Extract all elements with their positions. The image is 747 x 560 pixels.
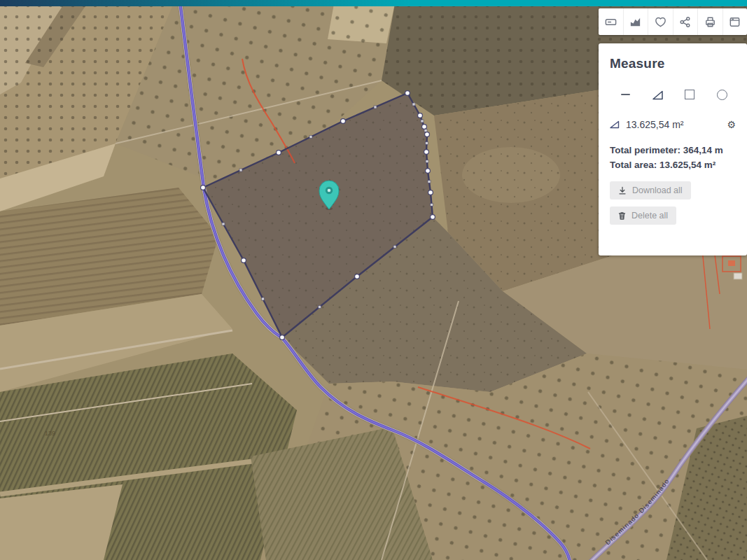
chart-icon[interactable]: [623, 8, 648, 35]
map-application: Diseminado Diseminado 139: [0, 0, 747, 560]
polygon-vertex-handle[interactable]: [424, 150, 429, 155]
polygon-vertex-handle[interactable]: [431, 215, 435, 220]
polygon-vertex-handle[interactable]: [405, 91, 410, 96]
polygon-midpoint-handle[interactable]: [222, 223, 225, 225]
building: [734, 273, 742, 279]
trash-icon: [618, 211, 626, 220]
parcel-number-label: 139: [45, 430, 55, 437]
polygon-vertex-handle[interactable]: [280, 335, 285, 340]
polygon-vertex-handle[interactable]: [242, 258, 246, 263]
measurement-value: 13.625,54 m²: [626, 119, 684, 130]
measurement-totals: Total perimeter: 364,14 m Total area: 13…: [610, 143, 736, 172]
window-accent-bar: [0, 0, 747, 6]
area-tool[interactable]: [650, 88, 664, 101]
gear-icon[interactable]: ⚙: [727, 120, 736, 130]
polygon-midpoint-handle[interactable]: [239, 169, 242, 172]
total-perimeter: Total perimeter: 364,14 m: [610, 143, 736, 158]
share-icon[interactable]: [673, 8, 698, 35]
total-area: Total area: 13.625,54 m²: [610, 158, 736, 172]
polygon-vertex-handle[interactable]: [355, 274, 360, 279]
polygon-midpoint-handle[interactable]: [412, 103, 415, 106]
window-icon[interactable]: [722, 8, 747, 35]
polygon-vertex-handle[interactable]: [425, 132, 430, 137]
polygon-vertex-handle[interactable]: [341, 119, 346, 124]
panel-actions: Download all Delete all: [610, 181, 736, 225]
polygon-vertex-handle[interactable]: [422, 125, 427, 130]
print-icon[interactable]: [697, 8, 722, 35]
polygon-midpoint-handle[interactable]: [428, 181, 431, 183]
measure-panel: Measure 13.625,54 m² ⚙ Total perimeter: …: [599, 43, 747, 255]
panel-title: Measure: [610, 56, 736, 71]
polygon-midpoint-handle[interactable]: [393, 246, 396, 248]
polygon-midpoint-handle[interactable]: [262, 298, 265, 300]
download-icon: [618, 186, 627, 195]
polygon-vertex-handle[interactable]: [201, 186, 206, 190]
map-toolbar: [599, 8, 747, 35]
polygon-midpoint-handle[interactable]: [309, 136, 312, 139]
polygon-midpoint-handle[interactable]: [319, 306, 321, 309]
polygon-vertex-handle[interactable]: [428, 190, 433, 195]
polygon-midpoint-handle[interactable]: [424, 130, 427, 132]
area-measure-icon: [610, 120, 620, 129]
polygon-midpoint-handle[interactable]: [374, 106, 377, 108]
polygon-midpoint-handle[interactable]: [421, 120, 424, 122]
circle-tool[interactable]: [715, 88, 729, 101]
polygon-midpoint-handle[interactable]: [431, 204, 433, 206]
download-all-button[interactable]: Download all: [610, 181, 691, 200]
polygon-vertex-handle[interactable]: [426, 169, 431, 174]
heart-icon[interactable]: [648, 8, 673, 35]
rectangle-tool[interactable]: [683, 88, 697, 101]
line-tool[interactable]: [618, 88, 632, 101]
delete-all-button[interactable]: Delete all: [610, 206, 676, 225]
polygon-midpoint-handle[interactable]: [426, 142, 428, 145]
red-roof-building: [728, 260, 735, 266]
measurement-row: 13.625,54 m² ⚙: [610, 119, 736, 130]
measure-tools: [618, 88, 729, 101]
ruler-icon[interactable]: [599, 8, 623, 35]
polygon-vertex-handle[interactable]: [277, 150, 281, 155]
polygon-vertex-handle[interactable]: [418, 113, 423, 118]
polygon-midpoint-handle[interactable]: [426, 160, 428, 163]
